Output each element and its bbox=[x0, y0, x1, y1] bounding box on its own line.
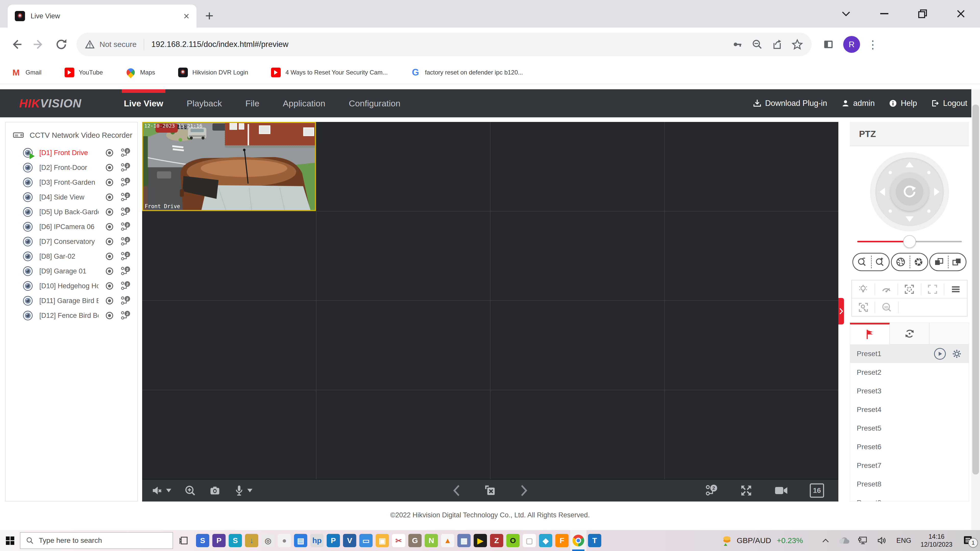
back-button[interactable] bbox=[10, 38, 22, 51]
profile-avatar[interactable]: R bbox=[843, 36, 860, 53]
browser-tab[interactable]: Live View × bbox=[8, 5, 197, 27]
video-window-empty[interactable] bbox=[665, 390, 838, 479]
preset-item[interactable]: Preset2 bbox=[850, 363, 969, 382]
camera-tree-item[interactable]: [D5] Up Back-Garden 2 bbox=[6, 205, 137, 219]
bookmark-reset-video[interactable]: 4 Ways to Reset Your Security Cam... bbox=[271, 68, 388, 77]
set-preset-gear-icon[interactable] bbox=[951, 348, 962, 359]
video-window-empty[interactable] bbox=[142, 390, 316, 479]
taskbar-app-firefox[interactable]: F bbox=[554, 530, 570, 551]
stream-type-icon[interactable]: 2 bbox=[121, 310, 130, 321]
camera-tree-item[interactable]: [D6] IPCamera 06 2 bbox=[6, 219, 137, 234]
preset-item[interactable]: Preset6 bbox=[850, 437, 969, 456]
security-label[interactable]: Not secure bbox=[100, 40, 137, 49]
notification-center-icon[interactable]: 1 bbox=[963, 535, 974, 546]
close-window-button[interactable] bbox=[942, 0, 980, 27]
taskbar-app-smplayer[interactable]: ▶ bbox=[472, 530, 488, 551]
ptz-direction-ring[interactable] bbox=[875, 158, 944, 226]
camera-tree-item[interactable]: [D7] Conservatory 2 bbox=[6, 234, 137, 249]
video-window-empty[interactable] bbox=[490, 301, 664, 390]
3d-positioning-button[interactable] bbox=[898, 283, 921, 295]
taskbar-app-doc-scanner[interactable]: ▤ bbox=[293, 530, 309, 551]
taskbar-app-notepad-plus[interactable]: N bbox=[423, 530, 439, 551]
camera-tree-item[interactable]: [D1] Front Drive 2 bbox=[6, 145, 137, 160]
camera-tree-item[interactable]: [D12] Fence Bird Box 2 bbox=[6, 308, 137, 323]
stream-type-icon[interactable]: 2 bbox=[121, 281, 130, 291]
ptz-up-left-button[interactable] bbox=[889, 171, 892, 174]
ptz-down-button[interactable] bbox=[905, 216, 914, 222]
video-window-empty[interactable] bbox=[142, 211, 316, 300]
bookmark-gmail[interactable]: MGmail bbox=[11, 68, 41, 77]
iris-open-icon[interactable] bbox=[913, 257, 924, 267]
bookmark-youtube[interactable]: YouTube bbox=[65, 68, 103, 77]
fullscreen-button[interactable] bbox=[740, 484, 752, 497]
tab-pattern[interactable] bbox=[929, 323, 969, 345]
slider-thumb[interactable] bbox=[903, 235, 916, 248]
video-window-empty[interactable] bbox=[317, 122, 490, 211]
ptz-left-button[interactable] bbox=[880, 188, 885, 196]
stream-type-icon[interactable]: 2 bbox=[121, 295, 130, 306]
share-icon[interactable] bbox=[772, 39, 783, 50]
stream-type-icon[interactable]: 2 bbox=[121, 237, 130, 247]
video-window-empty[interactable] bbox=[317, 301, 490, 390]
bookmark-hikvision[interactable]: Hikvision DVR Login bbox=[178, 68, 248, 77]
tab-configuration[interactable]: Configuration bbox=[337, 89, 412, 118]
language-indicator[interactable]: ENG bbox=[896, 537, 912, 545]
record-toggle-icon[interactable] bbox=[105, 222, 114, 231]
record-toggle-icon[interactable] bbox=[105, 237, 114, 246]
video-window-empty[interactable] bbox=[490, 390, 664, 479]
taskbar-app-gimp[interactable]: G bbox=[407, 530, 423, 551]
window-division-button[interactable]: 16 bbox=[810, 483, 824, 498]
light-button[interactable] bbox=[852, 283, 875, 295]
stream-type-icon[interactable]: 2 bbox=[121, 177, 130, 187]
record-toggle-icon[interactable] bbox=[105, 267, 114, 275]
taskbar-app-flash-tool[interactable]: Z bbox=[488, 530, 505, 551]
taskbar-app-hp-support[interactable]: hp bbox=[309, 530, 325, 551]
taskbar-app-webcam-tool[interactable]: ● bbox=[276, 530, 293, 551]
side-panel-icon[interactable] bbox=[823, 39, 834, 50]
video-window-empty[interactable] bbox=[665, 301, 838, 390]
taskbar-app-google-chrome[interactable] bbox=[570, 530, 587, 551]
video-window-empty[interactable] bbox=[142, 301, 316, 390]
taskbar-app-sadp-tool[interactable]: S bbox=[194, 530, 211, 551]
ptz-speed-slider[interactable] bbox=[857, 241, 962, 242]
zoom-out-icon[interactable] bbox=[857, 257, 867, 267]
tab-patrol[interactable] bbox=[890, 323, 929, 345]
stream-type-icon[interactable]: 2 bbox=[121, 222, 130, 232]
ptz-auto-scan-button[interactable] bbox=[891, 173, 929, 211]
taskbar-app-printer-utility[interactable]: P bbox=[325, 530, 342, 551]
record-toggle-icon[interactable] bbox=[105, 148, 114, 157]
stream-type-icon[interactable]: 2 bbox=[121, 251, 130, 262]
record-toggle-icon[interactable] bbox=[105, 252, 114, 261]
user-admin-button[interactable]: admin bbox=[842, 99, 875, 108]
video-window-empty[interactable] bbox=[317, 211, 490, 300]
preset-item[interactable]: Preset5 bbox=[850, 419, 969, 437]
start-button[interactable] bbox=[0, 530, 20, 551]
camera-tree-item[interactable]: [D8] Gar-02 2 bbox=[6, 249, 137, 264]
record-toggle-icon[interactable] bbox=[105, 297, 114, 305]
zoom-page-icon[interactable] bbox=[752, 39, 762, 50]
record-toggle-icon[interactable] bbox=[105, 163, 114, 172]
taskbar-app-snipping-tool[interactable]: ✂ bbox=[390, 530, 407, 551]
digital-zoom-button[interactable] bbox=[185, 485, 196, 496]
download-plugin-button[interactable]: Download Plug-in bbox=[753, 99, 827, 108]
forward-button[interactable] bbox=[33, 38, 45, 51]
taskbar-app-movie-maker[interactable]: ▦ bbox=[456, 530, 472, 551]
taskbar-app-remote-desktop[interactable]: ▭ bbox=[358, 530, 374, 551]
record-toggle-icon[interactable] bbox=[105, 193, 114, 202]
currency-ticker[interactable]: GBP/AUD +0.23% bbox=[722, 535, 803, 546]
tray-expand-caret-icon[interactable] bbox=[822, 538, 829, 543]
taskbar-app-vlc[interactable]: ▲ bbox=[439, 530, 456, 551]
taskbar-app-text-document[interactable]: ▢ bbox=[521, 530, 538, 551]
tab-playback[interactable]: Playback bbox=[175, 89, 234, 118]
tab-close-icon[interactable]: × bbox=[183, 11, 189, 21]
mute-audio-button[interactable] bbox=[151, 485, 171, 496]
lens-initialization-button[interactable] bbox=[921, 283, 945, 295]
3d-zoom-button[interactable]: 3D bbox=[875, 302, 898, 313]
camera-tree-item[interactable]: [D11] Garage Bird Box 2 bbox=[6, 293, 137, 308]
preset-item[interactable]: Preset4 bbox=[850, 400, 969, 419]
record-button[interactable] bbox=[775, 485, 788, 496]
stream-type-button[interactable]: 2 bbox=[705, 484, 718, 497]
ptz-down-left-button[interactable] bbox=[889, 210, 892, 213]
ptz-right-button[interactable] bbox=[934, 188, 940, 196]
iris-close-icon[interactable] bbox=[896, 257, 906, 267]
